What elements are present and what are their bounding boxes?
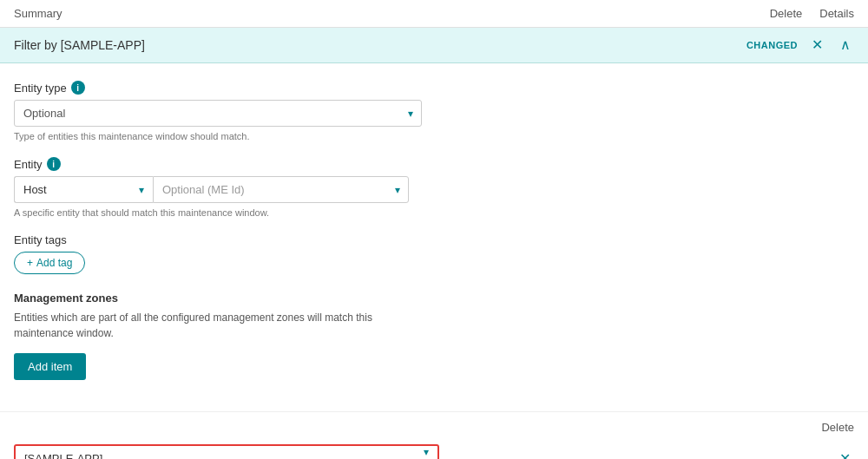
entity-group: Entity i Host Service Process Group ▾ Op… (14, 157, 854, 218)
filter-collapse-button[interactable]: ∧ (837, 36, 854, 54)
details-label: Details (819, 7, 854, 20)
add-item-button[interactable]: Add item (14, 353, 86, 380)
delete-label: Delete (770, 7, 803, 20)
add-tag-icon: + (27, 257, 33, 269)
filter-title: Filter by [SAMPLE-APP] (14, 38, 145, 52)
filter-header-right: CHANGED ✕ ∧ (746, 36, 854, 54)
filter-close-button[interactable]: ✕ (808, 36, 826, 54)
management-zones-section: Management zones Entities which are part… (14, 292, 854, 380)
entity-label: Entity i (14, 157, 854, 171)
delete-section-label: Delete (821, 421, 854, 434)
sample-app-select[interactable]: [SAMPLE-APP] (16, 446, 437, 459)
entity-hint: A specific entity that should match this… (14, 207, 854, 218)
management-zones-description: Entities which are part of all the confi… (14, 310, 413, 341)
item-row: [SAMPLE-APP] ▾ ✕ (14, 444, 854, 459)
entity-right-select-wrapper: Optional (ME Id) ▾ (153, 176, 409, 203)
entity-type-info-icon: i (71, 81, 85, 95)
entity-row: Host Service Process Group ▾ Optional (M… (14, 176, 854, 203)
entity-left-select-wrapper: Host Service Process Group ▾ (14, 176, 153, 203)
entity-type-select[interactable]: Optional Host Service Process Group (14, 100, 422, 127)
filter-header: Filter by [SAMPLE-APP] CHANGED ✕ ∧ (0, 28, 868, 63)
entity-tags-label: Entity tags (14, 233, 854, 246)
add-tag-button[interactable]: + Add tag (14, 252, 85, 274)
entity-type-group: Entity type i Optional Host Service Proc… (14, 81, 854, 141)
entity-type-select-wrapper: Optional Host Service Process Group ▾ (14, 100, 422, 127)
entity-type-label: Entity type i (14, 81, 854, 95)
sample-app-select-wrapper: [SAMPLE-APP] ▾ (14, 444, 439, 459)
entity-type-left-select[interactable]: Host Service Process Group (14, 176, 153, 203)
top-bar-actions: Delete Details (770, 7, 854, 20)
item-delete-button[interactable]: ✕ (836, 449, 854, 459)
main-content: Entity type i Optional Host Service Proc… (0, 63, 868, 411)
entity-type-hint: Type of entities this maintenance window… (14, 131, 854, 141)
summary-label: Summary (14, 7, 62, 20)
delete-row: Delete (0, 411, 868, 439)
add-tag-label: Add tag (36, 257, 72, 269)
entity-info-icon: i (47, 157, 61, 171)
entity-me-id-select[interactable]: Optional (ME Id) (153, 176, 409, 203)
top-bar: Summary Delete Details (0, 0, 868, 28)
changed-badge: CHANGED (746, 40, 798, 50)
management-zones-title: Management zones (14, 292, 854, 305)
bottom-item-section: [SAMPLE-APP] ▾ ✕ (0, 439, 868, 459)
add-item-label: Add item (28, 360, 72, 373)
entity-tags-group: Entity tags + Add tag (14, 233, 854, 274)
